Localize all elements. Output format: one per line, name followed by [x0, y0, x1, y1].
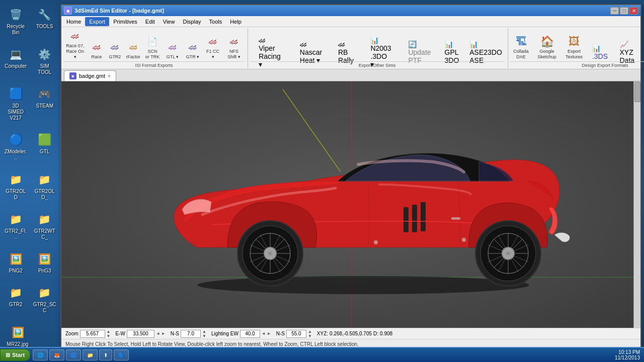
desktop-icon-zmodeler[interactable]: 🔵 ZModeler... — [3, 130, 29, 162]
desktop-icon-gtr2old1[interactable]: 📁 GTR2OLD — [3, 170, 29, 202]
zoom-input[interactable] — [80, 330, 105, 338]
toolbar-race07-button[interactable]: 🏎 Race 07,Race On ▾ — [63, 28, 87, 60]
toolbar-f1cc-button[interactable]: 🏎 F1 CC ▾ — [203, 34, 222, 61]
start-label: Start — [12, 352, 25, 358]
menu-export[interactable]: Export — [85, 17, 109, 26]
menu-tools[interactable]: Tools — [205, 17, 226, 26]
clock-time: 10:13 PM — [615, 349, 640, 355]
taskbar-folder[interactable]: 📁 — [83, 349, 98, 360]
menu-edit[interactable]: Edit — [141, 17, 159, 26]
design-export-label: Design Export Formats — [510, 61, 644, 68]
system-clock: 10:13 PM 11/12/2013 — [615, 349, 640, 360]
desktop-icon-png2[interactable]: 🖼️ PNG2 — [3, 249, 29, 276]
menu-home[interactable]: Home — [62, 17, 85, 26]
start-button[interactable]: ⊞ Start — [0, 349, 30, 361]
toolbar-n2003-button[interactable]: 📊 N2003 .3DO ▾ — [361, 44, 401, 60]
status-message: Mouse Right Click To Select, Hold Left t… — [65, 341, 359, 347]
desktop-icon-gtr2scc[interactable]: 📁 GTR2_SCC — [32, 283, 58, 315]
taskbar-firefox[interactable]: 🦊 — [49, 349, 64, 360]
toolbar-xyz-button[interactable]: 📈 XYZ Data — [613, 44, 641, 60]
toolbar-gtr-button[interactable]: 🏎 GTR ▾ — [183, 39, 202, 61]
toolbar-gtr2-button[interactable]: 🏎 GTR2 — [106, 39, 123, 61]
taskbar-ie[interactable]: 🌐 — [33, 349, 48, 360]
clock-date: 11/12/2013 — [615, 355, 640, 360]
export-other-label: Export Other Sims — [250, 61, 505, 68]
title-bar-left: ■ 3dSimEd Sim Editor - [badge.gmt] — [64, 7, 164, 15]
desktop-icon-gtr2old2[interactable]: 📁 GTR2OLD_ — [32, 170, 58, 202]
app-icon: ■ — [64, 7, 72, 15]
toolbar-collada-button[interactable]: 🏗 ColladaDAE — [510, 34, 532, 61]
desktop-icon-png3[interactable]: 🖼️ PnG3 — [32, 249, 58, 276]
toolbar-scn-button[interactable]: 📄 SCNor TRK — [143, 34, 162, 61]
toolbar-export-textures-button[interactable]: 🖼 ExportTextures — [561, 34, 587, 61]
maximize-button[interactable]: □ — [620, 7, 628, 15]
zoom-spinners: ▲ ▼ — [107, 329, 111, 338]
toolbar-ase23do-button[interactable]: 📊 ASE23DO ASE — [467, 44, 505, 60]
ew-input[interactable] — [127, 330, 154, 338]
toolbar-3ds-button[interactable]: 📊 .3DS — [589, 44, 611, 60]
desktop-icon-gtr2fi[interactable]: 📁 GTR2_FI... — [3, 210, 29, 242]
desktop-icon-steam[interactable]: 🎮 STEAM — [32, 84, 58, 123]
lighting-ns-input[interactable] — [286, 330, 306, 338]
desktop-icon-gtr2[interactable]: 📁 GTR2 — [3, 283, 29, 315]
rear-reflection — [554, 233, 570, 242]
ew-left[interactable]: ◄ — [156, 331, 160, 336]
lighting-ns-up[interactable]: ▲ — [308, 329, 312, 334]
toolbar-rbrally-button[interactable]: 🏎 RB Rally — [332, 44, 360, 60]
ew-right[interactable]: ► — [162, 331, 166, 336]
desktop-icon-computer[interactable]: 💻 Computer — [3, 45, 29, 77]
desktop-icon-recycle-bin[interactable]: 🗑️ Recycle Bin — [3, 5, 29, 37]
toolbar-gtl-button[interactable]: 🏎 GTL ▾ — [163, 39, 182, 61]
vent-1 — [404, 207, 409, 232]
toolbar-google-button[interactable]: 🏠 GoogleSketchup — [534, 34, 559, 61]
taskbar-arrow-app[interactable]: ⬆ — [99, 349, 112, 360]
door-dot-1 — [462, 238, 466, 242]
lighting-ew-left[interactable]: ◄ — [262, 331, 266, 336]
ns-down[interactable]: ▼ — [202, 334, 206, 338]
app-window: ■ 3dSimEd Sim Editor - [badge.gmt] ─ □ ✕… — [60, 4, 641, 350]
lighting-ns-down[interactable]: ▼ — [308, 334, 312, 338]
viewport-scrollbar[interactable] — [633, 81, 640, 328]
close-button[interactable]: ✕ — [629, 7, 638, 15]
toolbar-updateptf-button[interactable]: 🔄 Update PTF — [402, 44, 437, 60]
lighting-ew-input[interactable] — [240, 330, 260, 338]
window-controls: ─ □ ✕ — [610, 7, 638, 15]
lighting-ew-group: Lighting EW ◄ ► — [211, 330, 271, 338]
lighting-ew-right[interactable]: ► — [267, 331, 271, 336]
xyz-group: XYZ: 0.268,-0.505,0.705 D: 0.908 — [317, 331, 392, 336]
toolbar-nascar-button[interactable]: 🏎 Nascar Heat ▾ — [291, 44, 331, 60]
desktop-icon-gtl[interactable]: 🟩 GTL — [32, 130, 58, 162]
taskbar-chrome[interactable]: 🌀 — [66, 349, 81, 360]
toolbar-race-button[interactable]: 🏎 Race — [88, 39, 105, 61]
taskbar-app6[interactable]: 🔵 — [114, 349, 129, 360]
toolbar-design-section: 🏗 ColladaDAE 🏠 GoogleSketchup 🖼 ExportTe… — [510, 28, 644, 68]
menu-bar: Home Export Primitives Edit View Display… — [61, 16, 640, 27]
desktop-icon-mr22[interactable]: 🖼️ MR22.jpg — [3, 323, 33, 349]
viewport[interactable] — [61, 81, 640, 328]
toolbar-rfactor-button[interactable]: 🏎 rFactor — [125, 39, 142, 61]
minimize-button[interactable]: ─ — [610, 7, 619, 15]
door-dot-2 — [374, 240, 378, 244]
ns-spinners: ▲ ▼ — [202, 329, 206, 338]
desktop-icon-tools[interactable]: 🔧 TOOLS — [32, 5, 58, 37]
tab-badge-gmt[interactable]: ■ badge.gmt × — [64, 70, 116, 81]
menu-help[interactable]: Help — [226, 17, 246, 26]
toolbar-viper-button[interactable]: 🏎 Viper Racing ▾ — [250, 44, 290, 60]
toolbar-gpl3do-button[interactable]: 📊 GPL 3DO — [438, 44, 466, 60]
toolbar-nfs-button[interactable]: 🏎 NFSShift ▾ — [223, 34, 245, 61]
windows-logo: ⊞ — [6, 352, 10, 358]
desktop-icon-gtr2wtc[interactable]: 📁 GTR2WTC_ — [32, 210, 58, 242]
desktop-icon-simed[interactable]: 🟦 3D SIMEDV217 — [3, 84, 29, 123]
desktop-icon-simtool[interactable]: ⚙️ SIM TOOL — [32, 45, 58, 77]
ns-input[interactable] — [181, 330, 201, 338]
lighting-ns-label: N-S — [276, 331, 285, 336]
scrollbar-thumb[interactable] — [634, 82, 640, 102]
car-shadow — [197, 276, 529, 294]
menu-view[interactable]: View — [159, 17, 179, 26]
menu-display[interactable]: Display — [179, 17, 205, 26]
ns-up[interactable]: ▲ — [202, 329, 206, 334]
zoom-up[interactable]: ▲ — [107, 329, 111, 334]
tab-close-button[interactable]: × — [108, 73, 111, 79]
zoom-down[interactable]: ▼ — [107, 334, 111, 338]
menu-primitives[interactable]: Primitives — [109, 17, 141, 26]
